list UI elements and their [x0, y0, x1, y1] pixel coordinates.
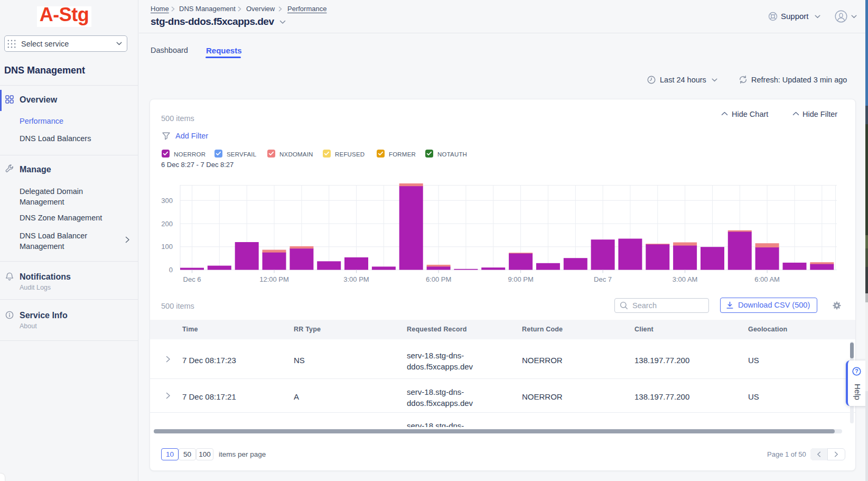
svg-text:3:00 AM: 3:00 AM	[673, 275, 698, 283]
svg-text:Dec 7: Dec 7	[594, 275, 612, 283]
svg-text:?: ?	[855, 368, 858, 374]
svg-text:9:00 PM: 9:00 PM	[508, 275, 533, 283]
svg-text:100: 100	[161, 243, 173, 251]
svg-text:3:00 PM: 3:00 PM	[343, 275, 369, 283]
svg-text:300: 300	[161, 197, 173, 205]
svg-text:6:00 AM: 6:00 AM	[754, 275, 780, 283]
svg-text:200: 200	[161, 220, 173, 228]
svg-text:12:00 PM: 12:00 PM	[259, 275, 289, 283]
svg-text:6:00 PM: 6:00 PM	[426, 275, 451, 283]
svg-text:Dec 6: Dec 6	[183, 275, 201, 283]
svg-text:0: 0	[169, 266, 173, 274]
